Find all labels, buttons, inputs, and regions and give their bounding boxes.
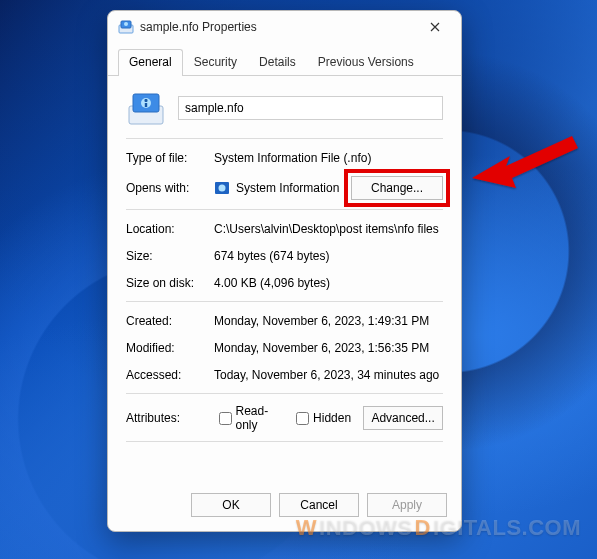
change-button[interactable]: Change... <box>351 176 443 200</box>
window-title: sample.nfo Properties <box>140 20 415 34</box>
tab-strip: General Security Details Previous Versio… <box>108 43 461 76</box>
accessed-label: Accessed: <box>126 368 214 382</box>
readonly-checkbox-label[interactable]: Read-only <box>219 404 285 432</box>
divider <box>126 301 443 302</box>
size-on-disk-label: Size on disk: <box>126 276 214 290</box>
hidden-checkbox-label[interactable]: Hidden <box>296 411 351 425</box>
file-type-icon <box>126 88 166 128</box>
svg-rect-7 <box>145 103 147 107</box>
modified-label: Modified: <box>126 341 214 355</box>
size-on-disk-value: 4.00 KB (4,096 bytes) <box>214 276 443 290</box>
location-value: C:\Users\alvin\Desktop\post items\nfo fi… <box>214 222 443 236</box>
modified-value: Monday, November 6, 2023, 1:56:35 PM <box>214 341 443 355</box>
created-value: Monday, November 6, 2023, 1:49:31 PM <box>214 314 443 328</box>
apply-button[interactable]: Apply <box>367 493 447 517</box>
svg-rect-6 <box>145 99 148 102</box>
watermark: W INDOWS D IGITALS.COM <box>296 515 581 541</box>
svg-point-9 <box>219 185 226 192</box>
hidden-checkbox[interactable] <box>296 412 309 425</box>
filename-input[interactable] <box>178 96 443 120</box>
svg-point-2 <box>124 22 128 26</box>
window-icon <box>118 19 134 35</box>
close-button[interactable] <box>415 13 455 41</box>
type-label: Type of file: <box>126 151 214 165</box>
tab-details[interactable]: Details <box>248 49 307 75</box>
readonly-checkbox[interactable] <box>219 412 232 425</box>
divider <box>126 441 443 442</box>
location-label: Location: <box>126 222 214 236</box>
app-icon <box>214 180 230 196</box>
size-label: Size: <box>126 249 214 263</box>
change-highlight: Change... <box>351 176 443 200</box>
attributes-label: Attributes: <box>126 411 207 425</box>
close-icon <box>430 22 440 32</box>
tab-content: Type of file: System Information File (.… <box>108 76 461 483</box>
size-value: 674 bytes (674 bytes) <box>214 249 443 263</box>
ok-button[interactable]: OK <box>191 493 271 517</box>
cancel-button[interactable]: Cancel <box>279 493 359 517</box>
accessed-value: Today, November 6, 2023, 34 minutes ago <box>214 368 443 382</box>
advanced-button[interactable]: Advanced... <box>363 406 443 430</box>
opens-with-app: System Information <box>236 181 339 195</box>
divider <box>126 209 443 210</box>
tab-security[interactable]: Security <box>183 49 248 75</box>
divider <box>126 138 443 139</box>
type-value: System Information File (.nfo) <box>214 151 443 165</box>
properties-dialog: sample.nfo Properties General Security D… <box>107 10 462 532</box>
tab-previous-versions[interactable]: Previous Versions <box>307 49 425 75</box>
titlebar: sample.nfo Properties <box>108 11 461 43</box>
opens-with-label: Opens with: <box>126 181 214 195</box>
tab-general[interactable]: General <box>118 49 183 76</box>
divider <box>126 393 443 394</box>
created-label: Created: <box>126 314 214 328</box>
